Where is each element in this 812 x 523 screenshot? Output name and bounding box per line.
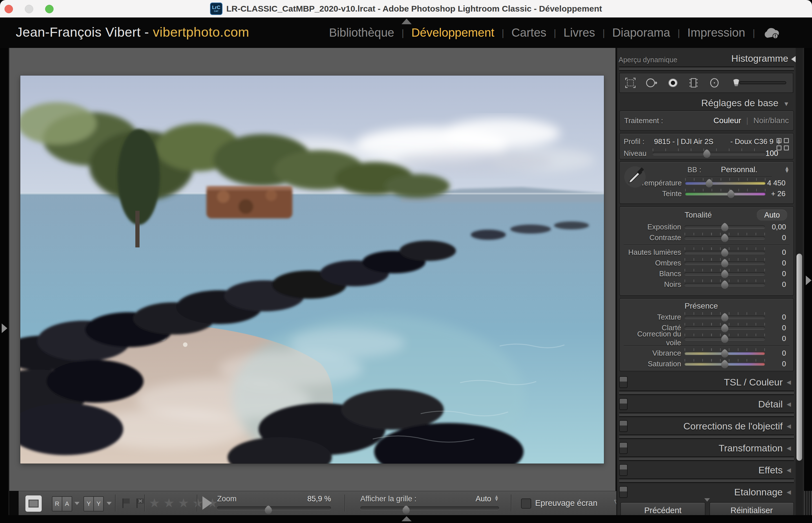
panel-title[interactable]: Transformation <box>628 443 787 454</box>
module-tab-livres[interactable]: Livres <box>564 26 595 39</box>
crop-overlay-tool[interactable] <box>624 75 637 90</box>
photo[interactable] <box>20 75 604 464</box>
treatment-bw-option[interactable]: Noir/blanc <box>753 116 789 125</box>
panel-toggle-switch[interactable] <box>619 398 628 410</box>
slider-track[interactable] <box>685 279 765 290</box>
panel-toggle-switch[interactable] <box>619 420 628 432</box>
slider-thumb[interactable] <box>721 223 728 231</box>
panel-title[interactable]: Etalonnage <box>628 487 787 498</box>
profile-browser-icon[interactable] <box>776 138 790 151</box>
slider-track[interactable] <box>685 358 765 369</box>
slider-value[interactable]: 0 <box>765 313 790 322</box>
panel-title[interactable]: Détail <box>628 399 787 410</box>
collapsed-panel-corrections-de-l-objectif[interactable]: Corrections de l'objectif◀ <box>619 419 794 433</box>
panel-disclosure-icon[interactable]: ◀ <box>787 489 794 495</box>
module-separator: | <box>554 27 556 38</box>
slider-track[interactable] <box>685 348 765 358</box>
before-after-leftright-button[interactable]: R A <box>52 496 72 511</box>
panel-title[interactable]: Corrections de l'objectif <box>628 421 787 432</box>
panel-end-caret-icon[interactable] <box>704 498 710 502</box>
red-eye-tool[interactable] <box>667 75 679 90</box>
panel-disclosure-icon[interactable]: ◀ <box>787 467 794 473</box>
slider-value[interactable]: + 26 <box>765 190 790 198</box>
slider-track[interactable] <box>685 257 765 268</box>
expand-left-panel-arrow-icon[interactable] <box>2 324 7 333</box>
slider-track[interactable] <box>685 221 765 232</box>
slider-value[interactable]: 0 <box>765 360 790 368</box>
panel-toggle-switch[interactable] <box>619 486 628 498</box>
collapsed-panel-etalonnage[interactable]: Etalonnage◀ <box>619 485 794 499</box>
collapse-right-panel-arrow-icon[interactable] <box>806 275 811 285</box>
slider-value[interactable]: 0 <box>765 259 790 267</box>
panel-title[interactable]: Effets <box>628 465 787 476</box>
slider-value[interactable]: 0 <box>765 334 790 343</box>
collapsed-panel-effets[interactable]: Effets◀ <box>619 463 794 477</box>
slider-track[interactable] <box>685 188 765 199</box>
sync-cloud-icon[interactable] <box>762 26 780 39</box>
spot-removal-tool[interactable] <box>645 75 658 90</box>
graduated-filter-tool[interactable] <box>687 75 700 90</box>
softproof-checkbox[interactable] <box>521 499 531 509</box>
left-panel-collapsed-strip[interactable] <box>0 48 9 515</box>
grid-slider[interactable] <box>360 504 499 512</box>
impromptu-slideshow-icon[interactable] <box>202 496 212 510</box>
panel-disclosure-icon[interactable]: ◀ <box>787 379 794 385</box>
right-panel-scrollbar-thumb[interactable] <box>796 254 802 461</box>
slider-value[interactable]: 0,00 <box>765 222 790 231</box>
collapsed-panel-tsl-couleur[interactable]: TSL / Couleur◀ <box>619 375 794 390</box>
slider-value[interactable]: 0 <box>765 248 790 257</box>
profile-variant[interactable]: - Doux C36 9 <box>730 137 773 146</box>
flag-pick-icon[interactable] <box>121 497 133 509</box>
slider-value[interactable]: 0 <box>765 280 790 289</box>
collapse-top-panel-arrow-icon[interactable] <box>402 19 412 24</box>
histogram-panel-header[interactable]: Histogramme <box>619 53 788 64</box>
histogram-collapsed-strip[interactable] <box>619 67 794 71</box>
panel-toggle-switch[interactable] <box>619 376 628 388</box>
adjustment-brush-tool[interactable] <box>729 75 788 90</box>
profile-value[interactable]: 9815 - | DJI Air 2S <box>654 137 713 146</box>
panel-title[interactable]: TSL / Couleur <box>628 377 787 388</box>
loupe-view-button[interactable] <box>25 495 42 512</box>
slider-track[interactable] <box>685 232 765 243</box>
panel-disclosure-icon[interactable]: ◀ <box>787 401 794 408</box>
slider-track[interactable] <box>685 312 765 322</box>
panel-toggle-switch[interactable] <box>619 442 628 454</box>
module-tab-impression[interactable]: Impression <box>687 26 745 39</box>
basic-panel-header[interactable]: Réglages de base <box>619 97 778 108</box>
slider-value[interactable]: 4 450 <box>765 179 790 187</box>
slider-track[interactable] <box>685 322 765 333</box>
before-after-topbottom-button[interactable]: Y Y <box>84 496 104 511</box>
before-after-dropdown-icon[interactable] <box>74 502 80 505</box>
amount-slider[interactable] <box>653 148 765 159</box>
grid-value-dropdown[interactable]: Auto▲▼ <box>476 494 499 503</box>
before-after-dropdown-icon-2[interactable] <box>107 502 112 505</box>
slider-value[interactable]: 0 <box>765 349 790 358</box>
zoom-slider[interactable] <box>217 504 331 512</box>
white-balance-eyedropper-icon[interactable] <box>623 165 647 189</box>
module-tab-bibliotheque[interactable]: Bibliothèque <box>329 26 394 39</box>
module-tab-diaporama[interactable]: Diaporama <box>612 26 670 39</box>
slider-value[interactable]: 0 <box>765 324 790 332</box>
treatment-color-option[interactable]: Couleur <box>713 116 741 125</box>
slider-track[interactable] <box>685 178 765 188</box>
radial-filter-tool[interactable] <box>708 75 721 90</box>
wb-preset-value[interactable]: Personnal. <box>721 165 757 174</box>
auto-tone-button[interactable]: Auto <box>757 210 787 221</box>
slider-track[interactable] <box>685 247 765 257</box>
collapsed-panel-transformation[interactable]: Transformation◀ <box>619 441 794 455</box>
panel-toggle-switch[interactable] <box>619 464 628 476</box>
wb-updown-icon[interactable]: ▲▼ <box>784 166 790 173</box>
slider-value[interactable]: 0 <box>765 233 790 242</box>
slider-row-blancs: Blancs0 <box>623 268 790 279</box>
module-tab-cartes[interactable]: Cartes <box>511 26 546 39</box>
panel-disclosure-icon[interactable]: ◀ <box>787 445 794 451</box>
module-tab-developpement[interactable]: Développement <box>411 26 494 39</box>
slider-track[interactable] <box>685 333 765 344</box>
slider-track[interactable] <box>685 268 765 279</box>
module-separator: | <box>501 27 504 38</box>
slider-value[interactable]: 0 <box>765 269 790 278</box>
collapsed-panel-de-tail[interactable]: Détail◀ <box>619 397 794 411</box>
basic-panel-disclosure-icon[interactable]: ▼ <box>783 100 790 108</box>
panel-disclosure-icon[interactable]: ◀ <box>787 423 794 430</box>
expand-filmstrip-arrow-icon[interactable] <box>402 516 412 521</box>
